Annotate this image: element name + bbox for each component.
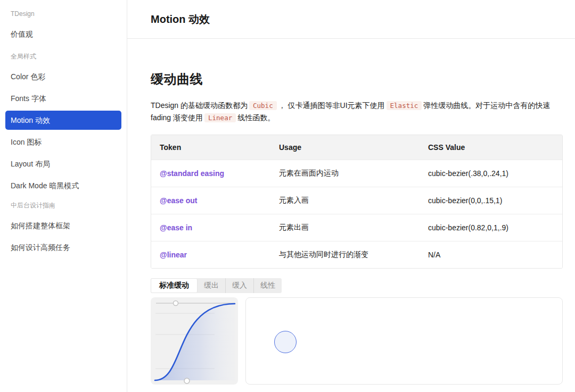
control-handle-bottom[interactable] bbox=[184, 378, 190, 383]
control-handle-top[interactable] bbox=[174, 301, 178, 306]
usage-cell: 元素入画 bbox=[270, 196, 420, 205]
easing-token-table: Token Usage CSS Value @standard easing 元… bbox=[151, 135, 563, 269]
table-row: @ease out 元素入画 cubic-bezier(0,0,.15,1) bbox=[151, 187, 562, 214]
animation-preview bbox=[245, 297, 563, 385]
css-value-cell: cubic-bezier(0,0,.15,1) bbox=[420, 196, 562, 205]
sidebar-item-darkmode[interactable]: Dark Mode 暗黑模式 bbox=[5, 176, 121, 195]
sidebar-item-framework[interactable]: 如何搭建整体框架 bbox=[5, 216, 121, 235]
sidebar-brand: TDesign bbox=[0, 10, 127, 18]
table-row: @linear 与其他运动同时进行的渐变 N/A bbox=[151, 241, 562, 268]
sidebar-item-fonts[interactable]: Fonts 字体 bbox=[5, 89, 121, 108]
page-header: Motion 动效 bbox=[127, 0, 575, 39]
sidebar-item-layout[interactable]: Layout 布局 bbox=[5, 154, 121, 173]
tab-standard-easing[interactable]: 标准缓动 bbox=[151, 278, 198, 293]
code-elastic: Elastic bbox=[387, 101, 422, 110]
sidebar-item-values[interactable]: 价值观 bbox=[5, 24, 121, 44]
sidebar-section-guide: 中后台设计指南 bbox=[0, 201, 127, 210]
col-header-usage: Usage bbox=[270, 143, 420, 152]
table-row: @standard easing 元素在画面内运动 cubic-bezier(.… bbox=[151, 160, 562, 187]
main-area: Motion 动效 缓动曲线 TDesign 的基础缓动函数都为Cubic， 仅… bbox=[127, 0, 575, 392]
token-standard-easing[interactable]: @standard easing bbox=[151, 169, 270, 178]
sidebar-item-motion[interactable]: Motion 动效 bbox=[5, 111, 121, 130]
animated-ball bbox=[274, 331, 297, 353]
sidebar-item-tasks[interactable]: 如何设计高频任务 bbox=[5, 238, 121, 257]
usage-cell: 与其他运动同时进行的渐变 bbox=[270, 250, 420, 260]
col-header-token: Token bbox=[151, 143, 270, 152]
token-linear[interactable]: @linear bbox=[151, 251, 270, 259]
intro-paragraph: TDesign 的基础缓动函数都为Cubic， 仅卡通插图等非UI元素下使用El… bbox=[151, 99, 563, 124]
sidebar-section-global: 全局样式 bbox=[0, 52, 127, 61]
sidebar-item-color[interactable]: Color 色彩 bbox=[5, 67, 121, 86]
table-row: @ease in 元素出画 cubic-bezier(0.82,0,1,.9) bbox=[151, 214, 562, 241]
css-value-cell: N/A bbox=[420, 251, 562, 259]
app: TDesign 价值观 全局样式 Color 色彩 Fonts 字体 Motio… bbox=[0, 0, 575, 392]
code-linear: Linear bbox=[204, 113, 236, 122]
token-ease-out[interactable]: @ease out bbox=[151, 196, 270, 205]
sidebar: TDesign 价值观 全局样式 Color 色彩 Fonts 字体 Motio… bbox=[0, 0, 127, 392]
usage-cell: 元素出画 bbox=[270, 223, 420, 232]
page-title: Motion 动效 bbox=[151, 12, 210, 27]
intro-text-4: 线性函数。 bbox=[237, 113, 275, 122]
bezier-curve-svg bbox=[151, 297, 238, 385]
tab-ease-in[interactable]: 缓入 bbox=[225, 278, 253, 293]
usage-cell: 元素在画面内运动 bbox=[270, 169, 420, 178]
token-ease-in[interactable]: @ease in bbox=[151, 223, 270, 232]
table-header-row: Token Usage CSS Value bbox=[151, 135, 562, 160]
intro-text-2: ， 仅卡通插图等非UI元素下使用 bbox=[278, 101, 385, 110]
col-header-css: CSS Value bbox=[420, 143, 562, 152]
easing-demo bbox=[151, 297, 563, 385]
tab-linear[interactable]: 线性 bbox=[253, 278, 282, 293]
tab-ease-out[interactable]: 缓出 bbox=[198, 278, 225, 293]
easing-tabs: 标准缓动 缓出 缓入 线性 bbox=[151, 278, 282, 293]
intro-text-1: TDesign 的基础缓动函数都为 bbox=[151, 101, 248, 110]
bezier-curve-editor[interactable] bbox=[151, 297, 238, 385]
sidebar-item-icon[interactable]: Icon 图标 bbox=[5, 132, 121, 152]
code-cubic: Cubic bbox=[249, 101, 277, 110]
content: 缓动曲线 TDesign 的基础缓动函数都为Cubic， 仅卡通插图等非UI元素… bbox=[127, 39, 575, 385]
css-value-cell: cubic-bezier(0.82,0,1,.9) bbox=[420, 223, 562, 232]
section-heading: 缓动曲线 bbox=[151, 71, 563, 88]
css-value-cell: cubic-bezier(.38,0,.24,1) bbox=[420, 169, 562, 178]
